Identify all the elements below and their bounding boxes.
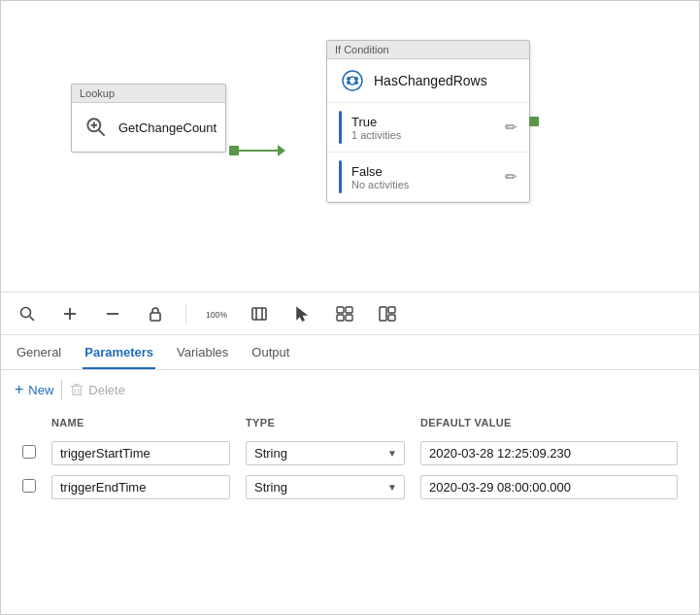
- lookup-node[interactable]: Lookup GetChangeCount: [71, 84, 226, 153]
- lookup-node-title: Lookup: [72, 85, 225, 103]
- svg-rect-21: [337, 315, 344, 321]
- if-node-title: If Condition: [327, 41, 529, 59]
- false-branch-edit-icon[interactable]: ✏: [505, 168, 517, 186]
- new-button-label: New: [28, 383, 53, 397]
- svg-rect-23: [380, 307, 386, 321]
- parameters-panel: + New Delete NAME TY: [1, 370, 699, 614]
- svg-point-4: [343, 71, 362, 90]
- main-container: Lookup GetChangeCount If Co: [0, 0, 700, 615]
- svg-text:100%: 100%: [206, 309, 227, 319]
- svg-line-10: [30, 316, 35, 321]
- row-1-name-input[interactable]: [51, 475, 230, 499]
- if-condition-icon: [339, 67, 366, 94]
- tabs-bar: General Parameters Variables Output: [1, 335, 699, 370]
- lookup-icon: [83, 113, 109, 142]
- table-row: StringIntegerFloatBooleanArrayObjectSecu…: [15, 436, 685, 470]
- true-branch-bar: [339, 111, 342, 144]
- layout-button[interactable]: [375, 301, 400, 326]
- true-branch-info: True 1 activities: [351, 115, 495, 141]
- col-header-type: TYPE: [238, 413, 413, 436]
- zoom100-button[interactable]: 100%: [204, 301, 229, 326]
- true-branch-label: True: [351, 115, 495, 129]
- false-branch-label: False: [351, 164, 495, 179]
- row-1-checkbox[interactable]: [22, 479, 36, 493]
- svg-point-8: [354, 81, 358, 85]
- svg-point-7: [347, 81, 350, 85]
- row-0-type-select[interactable]: StringIntegerFloatBooleanArrayObjectSecu…: [246, 441, 405, 465]
- svg-point-9: [21, 307, 31, 317]
- connector-line: [239, 150, 278, 152]
- tab-general[interactable]: General: [15, 339, 63, 369]
- parameters-table: NAME TYPE DEFAULT VALUE StringIntegerFlo…: [15, 413, 685, 504]
- if-condition-node[interactable]: If Condition HasChangedRows: [326, 40, 530, 203]
- row-0-name-input[interactable]: [51, 441, 230, 465]
- false-branch[interactable]: False No activities ✏: [327, 153, 529, 202]
- search-button[interactable]: [15, 301, 40, 326]
- row-1-type-select[interactable]: StringIntegerFloatBooleanArrayObjectSecu…: [246, 475, 405, 499]
- toolbar-divider-1: [185, 304, 186, 324]
- row-1-default-input[interactable]: [420, 475, 678, 499]
- canvas-area: Lookup GetChangeCount If Co: [1, 1, 699, 292]
- add-button[interactable]: [57, 301, 83, 326]
- if-node-name: HasChangedRows: [374, 73, 487, 88]
- delete-button[interactable]: Delete: [70, 383, 125, 397]
- tab-variables[interactable]: Variables: [175, 339, 230, 369]
- subtract-button[interactable]: [100, 301, 125, 326]
- svg-rect-20: [346, 307, 352, 313]
- fit-page-button[interactable]: [247, 301, 272, 326]
- action-bar: + New Delete: [15, 380, 685, 399]
- col-header-default: DEFAULT VALUE: [413, 413, 685, 436]
- expand-nodes-button[interactable]: [332, 301, 357, 326]
- connector-start-dot: [229, 146, 239, 155]
- svg-rect-14: [150, 313, 160, 321]
- false-branch-bar: [339, 160, 342, 193]
- row-0-checkbox[interactable]: [22, 445, 36, 459]
- connector-arrow: [229, 145, 285, 156]
- tab-output[interactable]: Output: [250, 339, 291, 369]
- col-header-name: NAME: [44, 413, 238, 436]
- svg-rect-19: [337, 307, 344, 313]
- svg-rect-24: [388, 307, 395, 313]
- new-button[interactable]: + New: [15, 381, 53, 398]
- lookup-node-name: GetChangeCount: [118, 120, 217, 135]
- table-row: StringIntegerFloatBooleanArrayObjectSecu…: [15, 470, 685, 504]
- connector-arrowhead: [278, 145, 285, 156]
- col-header-check: [15, 413, 44, 436]
- plus-icon: +: [15, 381, 23, 398]
- delete-button-label: Delete: [88, 383, 125, 397]
- if-right-connector-dot: [529, 117, 539, 126]
- pointer-button[interactable]: [289, 301, 315, 326]
- true-branch-sub: 1 activities: [351, 129, 495, 141]
- svg-rect-25: [388, 315, 395, 321]
- toolbar: 100%: [1, 292, 699, 335]
- svg-line-1: [99, 130, 105, 136]
- true-branch[interactable]: True 1 activities ✏: [327, 103, 529, 153]
- lock-button[interactable]: [143, 301, 168, 326]
- tab-parameters[interactable]: Parameters: [83, 339, 155, 369]
- action-divider: [61, 380, 62, 399]
- svg-rect-22: [346, 315, 352, 321]
- true-branch-edit-icon[interactable]: ✏: [505, 119, 517, 136]
- row-0-default-input[interactable]: [420, 441, 678, 465]
- false-branch-info: False No activities: [351, 164, 495, 190]
- false-branch-sub: No activities: [351, 179, 495, 190]
- svg-rect-16: [252, 308, 266, 320]
